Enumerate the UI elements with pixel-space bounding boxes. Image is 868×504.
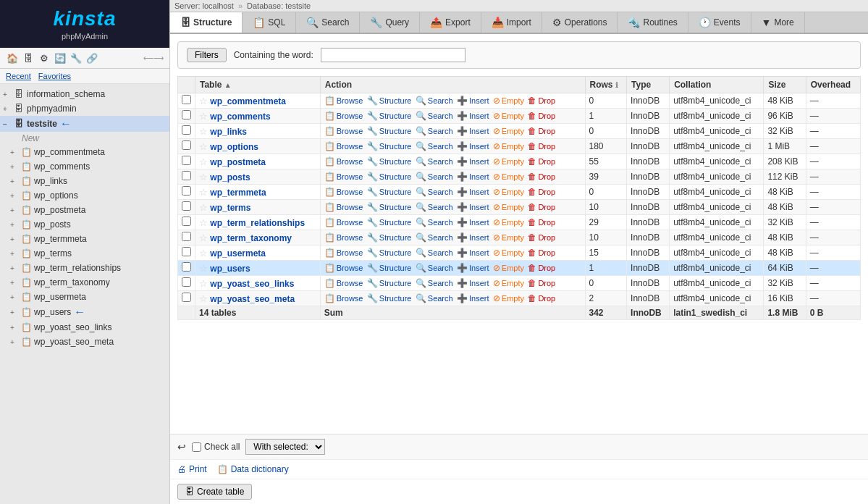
browse-link-0[interactable]: 📋Browse [324,96,363,106]
search-link-0[interactable]: 🔍Search [416,96,453,106]
browse-link-13[interactable]: 📋Browse [324,293,363,303]
table-name-link-13[interactable]: wp_yoast_seo_meta [210,294,295,304]
search-link-9[interactable]: 🔍Search [416,232,453,243]
tab-export[interactable]: 📤 Export [420,12,481,33]
empty-link-12[interactable]: ⊘Empty [493,278,524,288]
star-icon-5[interactable]: ☆ [199,172,208,182]
empty-link-11[interactable]: ⊘Empty [493,263,524,273]
structure-link-3[interactable]: 🔧Structure [367,141,412,151]
sidebar-table-wp-yoast-seo-meta[interactable]: + 📋 wp_yoast_seo_meta [0,335,169,349]
browse-link-6[interactable]: 📋Browse [324,187,363,197]
filter-input[interactable] [321,48,465,62]
table-name-link-7[interactable]: wp_terms [210,203,250,213]
browse-link-2[interactable]: 📋Browse [324,126,363,136]
insert-link-12[interactable]: ➕Insert [457,278,489,288]
sidebar-table-wp-commentmeta[interactable]: + 📋 wp_commentmeta [0,145,169,159]
drop-link-10[interactable]: 🗑Drop [528,248,555,258]
row-checkbox-3[interactable] [182,140,191,150]
structure-link-9[interactable]: 🔧Structure [367,232,412,243]
tab-more[interactable]: ▼ More [751,12,805,33]
drop-link-3[interactable]: 🗑Drop [528,141,555,151]
table-name-link-11[interactable]: wp_users [210,264,250,274]
empty-link-13[interactable]: ⊘Empty [493,293,524,303]
search-link-8[interactable]: 🔍Search [416,217,453,227]
row-checkbox-7[interactable] [182,201,191,211]
drop-link-7[interactable]: 🗑Drop [528,202,555,212]
insert-link-6[interactable]: ➕Insert [457,187,489,197]
tab-import[interactable]: 📥 Import [481,12,542,33]
table-name-link-10[interactable]: wp_usermeta [210,248,266,259]
sidebar-table-wp-term-relationships[interactable]: + 📋 wp_term_relationships [0,261,169,275]
insert-link-0[interactable]: ➕Insert [457,96,489,106]
table-name-link-1[interactable]: wp_comments [210,112,270,122]
row-checkbox-2[interactable] [182,125,191,135]
search-link-1[interactable]: 🔍Search [416,111,453,121]
structure-link-6[interactable]: 🔧Structure [367,187,412,197]
search-link-5[interactable]: 🔍Search [416,172,453,182]
row-checkbox-4[interactable] [182,156,191,165]
empty-link-10[interactable]: ⊘Empty [493,248,524,258]
row-checkbox-10[interactable] [182,247,191,256]
search-link-11[interactable]: 🔍Search [416,263,453,273]
row-checkbox-12[interactable] [182,277,191,287]
sidebar-table-wp-yoast-seo-links[interactable]: + 📋 wp_yoast_seo_links [0,320,169,335]
structure-link-5[interactable]: 🔧Structure [367,172,412,182]
structure-link-8[interactable]: 🔧Structure [367,217,412,227]
empty-link-6[interactable]: ⊘Empty [493,187,524,197]
db-item-testsite[interactable]: − 🗄 testsite ← [0,116,169,132]
structure-link-11[interactable]: 🔧Structure [367,263,412,273]
row-checkbox-6[interactable] [182,186,191,196]
table-name-link-3[interactable]: wp_options [210,142,258,152]
with-selected-dropdown[interactable]: With selected: [245,439,325,455]
sidebar-table-wp-postmeta[interactable]: + 📋 wp_postmeta [0,203,169,217]
browse-link-8[interactable]: 📋Browse [324,217,363,227]
search-link-2[interactable]: 🔍Search [416,126,453,136]
star-icon-3[interactable]: ☆ [199,141,208,152]
tab-routines[interactable]: 🔩 Routines [618,12,688,33]
row-checkbox-8[interactable] [182,217,191,226]
table-name-link-8[interactable]: wp_term_relationships [210,218,305,228]
structure-link-2[interactable]: 🔧Structure [367,126,412,136]
drop-link-11[interactable]: 🗑Drop [528,263,555,273]
star-icon-9[interactable]: ☆ [199,232,208,243]
table-name-link-5[interactable]: wp_posts [210,172,250,182]
star-icon-2[interactable]: ☆ [199,126,208,137]
sidebar-table-wp-posts[interactable]: + 📋 wp_posts [0,217,169,232]
filters-button[interactable]: Filters [187,48,227,62]
data-dictionary-link[interactable]: 📋 Data dictionary [217,464,289,474]
sidebar-table-wp-links[interactable]: + 📋 wp_links [0,174,169,188]
search-link-3[interactable]: 🔍Search [416,141,453,151]
sidebar-table-wp-usermeta[interactable]: + 📋 wp_usermeta [0,290,169,304]
drop-link-4[interactable]: 🗑Drop [528,156,555,167]
structure-link-4[interactable]: 🔧Structure [367,156,412,167]
structure-link-10[interactable]: 🔧Structure [367,248,412,258]
search-link-12[interactable]: 🔍Search [416,278,453,288]
structure-link-12[interactable]: 🔧Structure [367,278,412,288]
row-checkbox-11[interactable] [182,262,191,272]
star-icon-10[interactable]: ☆ [199,248,208,259]
insert-link-3[interactable]: ➕Insert [457,141,489,151]
empty-link-0[interactable]: ⊘Empty [493,96,524,106]
tab-sql[interactable]: 📋 SQL [243,12,296,33]
insert-link-4[interactable]: ➕Insert [457,156,489,167]
empty-link-8[interactable]: ⊘Empty [493,217,524,227]
sidebar-table-wp-options[interactable]: + 📋 wp_options [0,188,169,203]
drop-link-13[interactable]: 🗑Drop [528,293,555,303]
sidebar-table-wp-termmeta[interactable]: + 📋 wp_termmeta [0,232,169,246]
table-col-header[interactable]: Table ▲ [195,77,321,93]
insert-link-10[interactable]: ➕Insert [457,248,489,258]
check-all-checkbox[interactable] [192,442,201,452]
row-checkbox-0[interactable] [182,95,191,104]
link-icon[interactable]: 🔗 [85,51,98,64]
star-icon-7[interactable]: ☆ [199,202,208,213]
browse-link-10[interactable]: 📋Browse [324,248,363,258]
table-name-link-2[interactable]: wp_links [210,127,247,137]
tab-events[interactable]: 🕐 Events [688,12,751,33]
empty-link-2[interactable]: ⊘Empty [493,126,524,136]
star-icon-4[interactable]: ☆ [199,156,208,167]
browse-link-3[interactable]: 📋Browse [324,141,363,151]
drop-link-2[interactable]: 🗑Drop [528,126,555,136]
rows-info-icon[interactable]: ℹ [615,81,618,89]
empty-link-9[interactable]: ⊘Empty [493,232,524,243]
structure-link-13[interactable]: 🔧Structure [367,293,412,303]
